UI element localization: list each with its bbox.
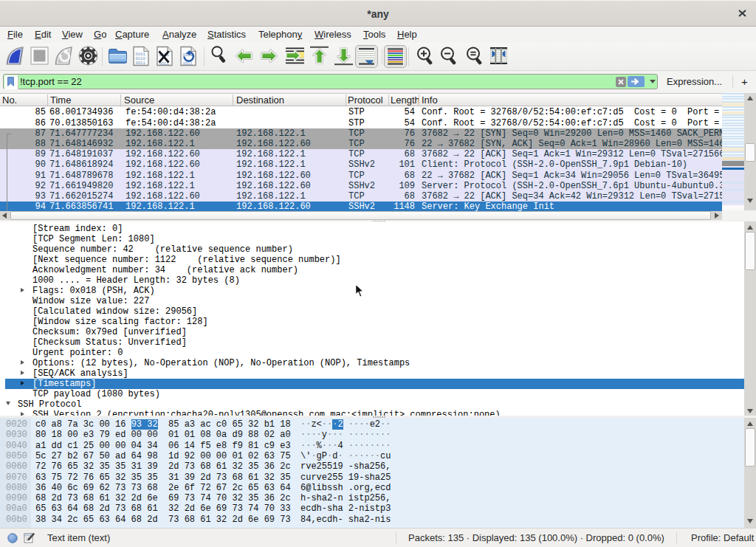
svg-text:0011: 0011 xyxy=(135,61,145,66)
svg-text:0011: 0011 xyxy=(182,61,193,66)
